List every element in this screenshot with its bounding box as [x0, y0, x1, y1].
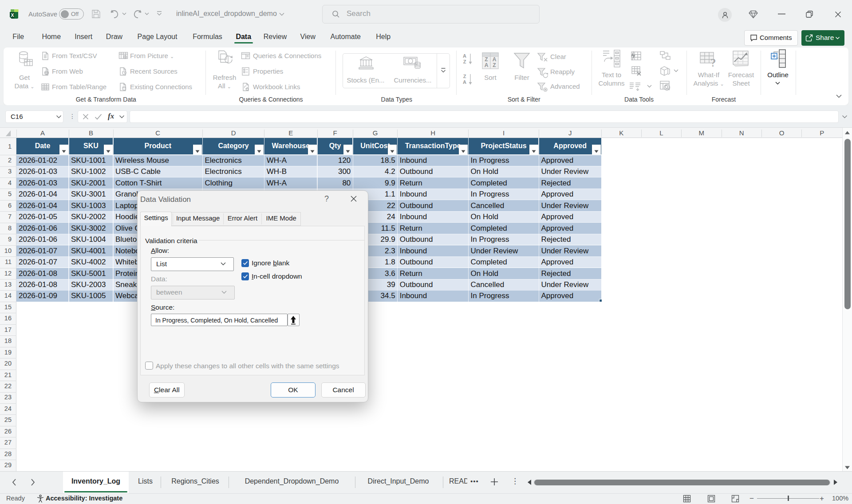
svg-text:A: A — [485, 62, 489, 68]
svg-text:?: ? — [710, 56, 716, 68]
svg-text:A: A — [493, 56, 497, 63]
svg-text:Z: Z — [493, 62, 496, 68]
svg-text:Z: Z — [485, 56, 488, 63]
svg-text:A: A — [463, 79, 466, 85]
svg-text:X: X — [11, 12, 14, 18]
svg-text:Z: Z — [463, 59, 466, 64]
svg-text:Z: Z — [463, 74, 466, 79]
svg-text:A: A — [463, 53, 466, 59]
